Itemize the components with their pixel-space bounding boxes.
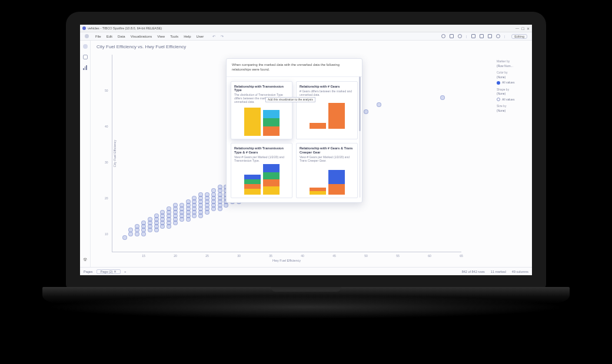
card-mini-chart — [234, 106, 289, 136]
bar-chart-icon[interactable] — [83, 65, 87, 70]
window-minimize-button[interactable]: — — [515, 26, 519, 30]
find-icon[interactable] — [450, 34, 454, 38]
card-title: Relationship with # Gears — [300, 85, 354, 88]
data-point[interactable] — [122, 235, 127, 240]
x-tick: 20 — [174, 254, 177, 258]
filter-icon[interactable] — [488, 34, 492, 38]
data-point[interactable] — [148, 217, 152, 222]
recommendation-card[interactable]: Relationship with # Gears# Gears differs… — [296, 81, 358, 140]
x-axis-label: Hwy Fuel Efficiency — [272, 259, 301, 262]
app-screen: vehicles - TIBCO Spotfire (10.8.0, 64-bi… — [80, 25, 532, 275]
legend-shape-val: (None) — [497, 92, 530, 96]
data-point[interactable] — [154, 213, 159, 218]
card-tooltip: Add this visualization to the analysis — [265, 97, 315, 102]
info-icon[interactable] — [496, 34, 500, 38]
recommendation-card[interactable]: Relationship with # Gears & Trans Creepe… — [296, 143, 358, 198]
recommendation-card[interactable]: Relationship with Transmission Type & # … — [231, 143, 292, 198]
add-page-button[interactable]: + — [124, 270, 126, 273]
legend-swatch-shape — [497, 98, 500, 101]
legend-shape-by: Shape by — [497, 88, 530, 92]
x-tick: 30 — [237, 254, 241, 258]
data-point[interactable] — [364, 109, 368, 114]
data-point[interactable] — [198, 192, 203, 197]
menu-data[interactable]: Data — [118, 35, 125, 38]
visualization-area: City Fuel Efficiency vs. Hwy Fuel Effici… — [91, 41, 532, 267]
chart-title: City Fuel Efficiency vs. Hwy Fuel Effici… — [91, 41, 532, 53]
window-maximize-button[interactable]: ☐ — [521, 26, 524, 31]
y-axis-label: City Fuel Efficiency — [113, 139, 117, 167]
data-point[interactable] — [160, 210, 165, 215]
x-tick: 15 — [142, 254, 145, 258]
x-tick: 45 — [332, 254, 336, 258]
menu-edit[interactable]: Edit — [107, 35, 112, 38]
x-tick: 50 — [364, 254, 368, 258]
popup-scrollbar[interactable] — [359, 76, 361, 198]
data-point[interactable] — [440, 95, 445, 100]
card-mini-chart — [300, 165, 354, 195]
pages-label: Pages — [84, 270, 93, 273]
menu-user[interactable]: User — [197, 35, 204, 38]
card-desc: # Gears differs between the marked and u… — [300, 89, 354, 96]
menu-file[interactable]: File — [95, 35, 101, 38]
data-point[interactable] — [179, 203, 184, 208]
window-titlebar: vehicles - TIBCO Spotfire (10.8.0, 64-bi… — [80, 25, 532, 32]
status-marked: 11 marked — [491, 270, 506, 273]
window-close-button[interactable]: ✕ — [527, 26, 530, 31]
y-tick: 40 — [105, 125, 108, 128]
data-point[interactable] — [167, 206, 171, 211]
y-axis — [112, 55, 112, 252]
menu-tools[interactable]: Tools — [170, 35, 178, 38]
data-point[interactable] — [135, 224, 139, 229]
data-point[interactable] — [192, 196, 197, 201]
data-point[interactable] — [173, 203, 178, 208]
status-cols: 49 columns — [512, 270, 528, 273]
legend-size-val: (None) — [497, 109, 530, 113]
y-tick: 50 — [105, 89, 108, 92]
search-icon[interactable] — [441, 34, 445, 38]
x-tick: 60 — [428, 254, 431, 258]
data-point[interactable] — [377, 102, 381, 107]
legend-swatch-all — [497, 81, 500, 85]
menu-visualizations[interactable]: Visualizations — [131, 35, 152, 38]
page-tab[interactable]: Page (2) ✕ — [97, 269, 121, 274]
undo-icon[interactable]: ↶ — [212, 34, 215, 38]
data-point[interactable] — [211, 188, 216, 193]
recommendations-icon[interactable]: ☢ — [83, 257, 87, 262]
legend-color-by: Color by — [497, 71, 530, 75]
menu-view[interactable]: View — [157, 35, 165, 38]
x-tick: 35 — [269, 254, 272, 258]
mode-selector[interactable]: Editing — [511, 34, 527, 39]
window-title: vehicles - TIBCO Spotfire (10.8.0, 64-bi… — [88, 26, 162, 30]
legend-marker-by: Marker by — [497, 59, 530, 64]
x-tick: 65 — [460, 254, 463, 258]
menu-help[interactable]: Help — [184, 35, 191, 38]
expand-icon[interactable] — [83, 44, 88, 49]
popup-heading: When comparing the marked data with the … — [227, 59, 362, 77]
gear-icon[interactable] — [458, 34, 462, 38]
data-panel-icon[interactable] — [83, 55, 88, 59]
app-icon — [82, 26, 86, 30]
card-title: Relationship with # Gears & Trans Creepe… — [300, 146, 354, 154]
redo-icon[interactable]: ↷ — [221, 34, 224, 38]
data-point[interactable] — [218, 185, 222, 189]
data-point[interactable] — [186, 199, 191, 204]
data-point[interactable] — [128, 228, 133, 232]
y-tick: 10 — [105, 232, 108, 236]
author-avatar-icon[interactable] — [85, 34, 89, 38]
legend-color-val: (None) — [497, 75, 530, 80]
data-point[interactable] — [141, 221, 146, 225]
card-desc: View # Gears per Marked (1/2/20) and Tra… — [234, 155, 289, 162]
statusbar: Pages Page (2) ✕ + 842 of 842 rows 11 ma… — [80, 267, 532, 275]
recommendation-card[interactable]: Relationship with Transmission TypeThe d… — [231, 81, 292, 140]
bookmark-icon[interactable] — [480, 34, 484, 38]
data-point[interactable] — [205, 192, 209, 197]
legend-size-by: Size by — [497, 104, 530, 109]
x-tick: 40 — [301, 254, 304, 258]
comment-icon[interactable] — [471, 34, 475, 38]
legend-panel: Marker by (Row Num... Color by (None) Al… — [497, 57, 530, 113]
status-rows: 842 of 842 rows — [462, 270, 485, 273]
recommendations-popup: When comparing the marked data with the … — [226, 58, 362, 203]
card-title: Relationship with Transmission Type — [234, 85, 289, 92]
card-mini-chart — [300, 99, 354, 129]
x-axis — [112, 252, 461, 252]
